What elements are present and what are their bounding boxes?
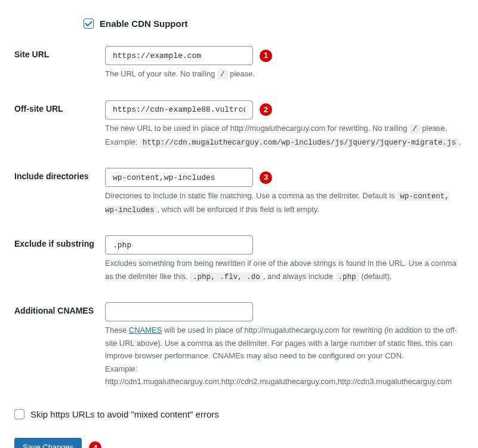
cnames-link[interactable]: CNAMES [129, 326, 162, 335]
exclude-substring-description: Excludes something from being rewritten … [105, 257, 466, 283]
skip-https-checkbox[interactable] [14, 409, 24, 419]
site-url-input[interactable] [105, 46, 253, 65]
enable-cdn-checkbox[interactable] [84, 19, 94, 29]
enable-cdn-label[interactable]: Enable CDN Support [100, 17, 188, 30]
save-changes-button[interactable]: Save Changes [14, 438, 82, 448]
cnames-description: These CNAMES will be used in place of ht… [105, 324, 466, 388]
include-dirs-input[interactable] [105, 168, 253, 187]
annotation-badge-1: 1 [260, 50, 272, 62]
exclude-substring-input[interactable] [105, 235, 253, 254]
annotation-badge-3: 3 [260, 171, 272, 184]
offsite-url-input[interactable] [105, 100, 253, 119]
exclude-substring-label: Exclude if substring [14, 235, 105, 249]
annotation-badge-2: 2 [260, 103, 272, 116]
include-dirs-description: Directories to include in static file ma… [105, 189, 466, 216]
offsite-url-description: The new URL to be used in place of http:… [105, 122, 466, 149]
include-dirs-label: Include directories [14, 168, 105, 182]
skip-https-label[interactable]: Skip https URLs to avoid "mixed content"… [30, 407, 219, 421]
cnames-input[interactable] [105, 302, 253, 321]
site-url-label: Site URL [14, 46, 105, 60]
site-url-description: The URL of your site. No trailing / plea… [105, 67, 466, 81]
offsite-url-label: Off-site URL [14, 100, 105, 114]
cnames-label: Additional CNAMES [14, 302, 105, 316]
annotation-badge-4: 4 [89, 441, 101, 448]
